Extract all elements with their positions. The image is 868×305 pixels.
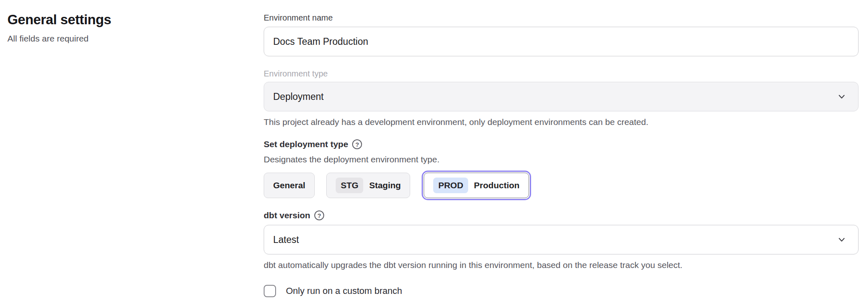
environment-name-input[interactable] <box>264 27 859 56</box>
environment-type-select: Deployment <box>264 82 859 111</box>
custom-branch-row: Only run on a custom branch <box>264 285 859 297</box>
environment-type-helper: This project already has a development e… <box>264 116 859 127</box>
option-label: Production <box>474 180 520 190</box>
environment-name-label: Environment name <box>264 12 859 23</box>
deployment-type-option-staging[interactable]: STG Staging <box>326 173 410 198</box>
deployment-type-options: General STG Staging PROD Production <box>264 171 859 200</box>
custom-branch-checkbox[interactable] <box>264 285 276 297</box>
help-circle-icon[interactable]: ? <box>352 139 362 149</box>
environment-settings-form: Environment name Environment type Deploy… <box>264 12 859 297</box>
page-subtitle: All fields are required <box>7 33 238 44</box>
environment-type-value: Deployment <box>273 91 324 102</box>
general-settings-page: General settings All fields are required… <box>0 0 868 305</box>
chevron-down-icon <box>836 91 847 102</box>
chevron-down-icon <box>836 234 847 245</box>
deployment-type-option-production[interactable]: PROD Production <box>424 173 529 198</box>
staging-badge: STG <box>336 178 363 193</box>
help-circle-icon[interactable]: ? <box>314 210 324 220</box>
dbt-version-helper: dbt automatically upgrades the dbt versi… <box>264 259 859 270</box>
dbt-version-value: Latest <box>273 234 299 245</box>
deployment-type-description: Designates the deployment environment ty… <box>264 154 859 165</box>
custom-branch-label[interactable]: Only run on a custom branch <box>286 285 402 297</box>
deployment-type-label: Set deployment type <box>264 138 348 150</box>
dbt-version-label: dbt version <box>264 209 310 222</box>
option-label: Staging <box>369 180 401 190</box>
deployment-type-option-general[interactable]: General <box>264 173 315 198</box>
selected-option-focus-ring: PROD Production <box>422 171 531 200</box>
environment-type-label: Environment type <box>264 68 859 79</box>
page-title: General settings <box>7 11 238 29</box>
dbt-version-select[interactable]: Latest <box>264 225 859 254</box>
option-label: General <box>273 180 305 190</box>
settings-intro: General settings All fields are required <box>7 11 238 44</box>
production-badge: PROD <box>433 178 468 193</box>
